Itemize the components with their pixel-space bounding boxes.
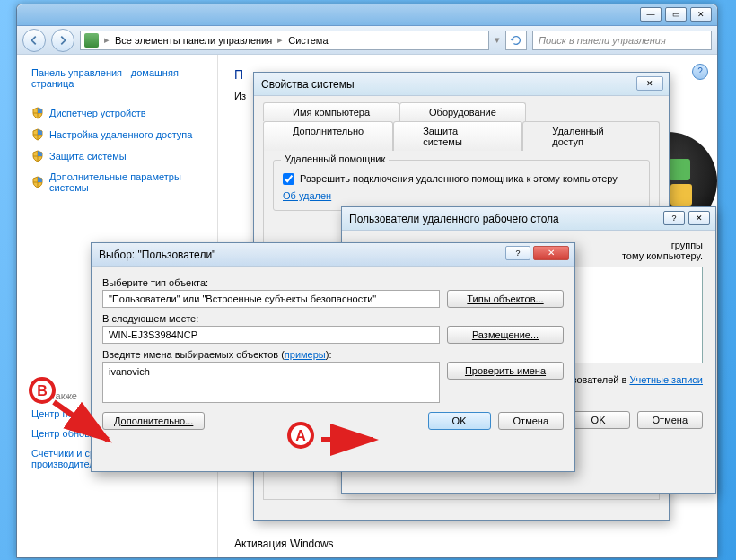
sidebar-remote-settings[interactable]: Настройка удаленного доступа (31, 128, 203, 141)
location-label: В следующем месте: (102, 313, 564, 324)
remusers-close-button[interactable]: ✕ (688, 211, 710, 225)
object-types-button[interactable]: Типы объектов... (447, 290, 564, 308)
help-icon[interactable]: ? (692, 64, 708, 80)
check-names-button[interactable]: Проверить имена (447, 362, 564, 380)
names-input[interactable]: ivanovich (102, 362, 440, 403)
group-remote-assist-label: Удаленный помощник (281, 153, 389, 164)
obj-type-value: "Пользователи" или "Встроенные субъекты … (102, 290, 440, 308)
nav-bar: ▸ Все элементы панели управления ▸ Систе… (17, 26, 717, 55)
remote-assist-checkbox[interactable] (283, 173, 294, 185)
tab-hardware[interactable]: Оборудование (399, 102, 526, 121)
callout-a: A (287, 422, 314, 449)
shield-icon (31, 128, 44, 141)
tab-remote[interactable]: Удаленный доступ (522, 121, 660, 151)
sidebar-system-protection[interactable]: Защита системы (31, 150, 203, 162)
address-bar[interactable]: ▸ Все элементы панели управления ▸ Систе… (80, 31, 489, 50)
remusers-ok-button[interactable]: OK (567, 411, 630, 429)
selusers-close-button[interactable]: ✕ (533, 246, 569, 260)
user-accounts-link[interactable]: Учетные записи (629, 374, 703, 385)
remusers-desc-tail2: тому компьютеру. (622, 250, 703, 261)
sidebar-home-link[interactable]: Панель управления - домашняя страница (31, 67, 203, 89)
refresh-button[interactable] (505, 31, 527, 50)
close-button[interactable]: ✕ (690, 7, 712, 22)
breadcrumb-current[interactable]: Система (288, 35, 328, 46)
selusers-cancel-button[interactable]: Отмена (498, 412, 564, 430)
selusers-title: Выбор: "Пользователи" ? ✕ (92, 243, 574, 267)
sysprops-close-button[interactable]: ✕ (636, 76, 663, 91)
tab-computer-name[interactable]: Имя компьютера (263, 102, 399, 121)
selusers-ok-button[interactable]: OK (428, 412, 491, 430)
locations-button[interactable]: Размещение... (447, 326, 564, 344)
forward-button[interactable] (51, 29, 74, 52)
sidebar-device-manager[interactable]: Диспетчер устройств (31, 107, 203, 119)
tab-protection[interactable]: Защита системы (393, 121, 522, 151)
remote-assist-about-link[interactable]: Об удален (283, 190, 331, 201)
remusers-cancel-button[interactable]: Отмена (637, 411, 703, 429)
minimize-button[interactable]: — (640, 7, 662, 22)
obj-type-label: Выберите тип объекта: (102, 277, 564, 288)
search-input[interactable]: Поиск в панели управления (532, 31, 712, 50)
titlebar: — ▭ ✕ (17, 4, 717, 26)
breadcrumb-root[interactable]: Все элементы панели управления (115, 35, 272, 46)
remusers-title: Пользователи удаленного рабочего стола ?… (342, 207, 715, 231)
shield-icon (31, 176, 44, 188)
names-label: Введите имена выбираемых объектов (приме… (102, 349, 564, 360)
arrow-a (320, 431, 382, 459)
callout-b: B (29, 377, 56, 404)
selusers-help-button[interactable]: ? (505, 246, 530, 260)
svg-line-1 (54, 402, 108, 440)
sidebar-advanced-settings[interactable]: Дополнительные параметры системы (31, 171, 203, 193)
shield-icon (31, 150, 44, 162)
examples-link[interactable]: примеры (285, 349, 326, 360)
control-panel-icon (84, 33, 99, 48)
shield-icon (31, 107, 44, 119)
activation-heading: Активация Windows (234, 538, 334, 550)
remusers-desc-tail1: группы (671, 240, 703, 250)
remote-assist-label: Разрешить подключения удаленного помощни… (300, 173, 618, 184)
sysprops-title: Свойства системы ✕ (254, 73, 669, 96)
back-button[interactable] (22, 29, 46, 52)
remusers-help-button[interactable]: ? (663, 211, 685, 225)
location-value: WIN-EJ3S3984NCP (102, 326, 440, 344)
maximize-button[interactable]: ▭ (665, 7, 687, 22)
arrow-b (48, 397, 120, 452)
tab-advanced[interactable]: Дополнительно (263, 121, 393, 151)
